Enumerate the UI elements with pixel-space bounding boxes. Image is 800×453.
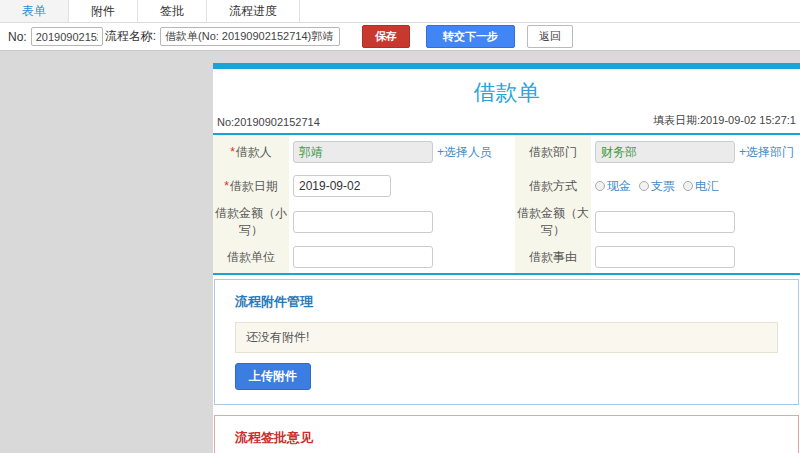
loan-unit-value-cell	[289, 241, 515, 273]
method-radio-cheque[interactable]: 支票	[639, 178, 675, 195]
amount-upper-value-cell	[591, 203, 800, 241]
loan-unit-label: 借款单位	[213, 241, 289, 273]
method-radio-cash[interactable]: 现金	[595, 178, 631, 195]
no-label: No:	[8, 30, 27, 44]
select-department-link[interactable]: +选择部门	[739, 144, 794, 161]
loan-date-label: *借款日期	[213, 169, 289, 203]
department-value-cell: +选择部门	[591, 135, 800, 169]
loan-method-label: 借款方式	[515, 169, 591, 203]
borrower-value-cell: +选择人员	[289, 135, 515, 169]
department-label: 借款部门	[515, 135, 591, 169]
radio-circle-icon	[595, 181, 605, 191]
amount-upper-input[interactable]	[595, 211, 735, 233]
tab-approval[interactable]: 签批	[138, 0, 207, 22]
form-row-date-method: *借款日期 借款方式 现金 支票 电汇	[213, 169, 800, 203]
page-title: 借款单	[213, 69, 800, 113]
no-attachments-message: 还没有附件!	[235, 322, 778, 353]
form-row-unit-reason: 借款单位 借款事由	[213, 241, 800, 275]
radio-circle-icon	[639, 181, 649, 191]
loan-reason-label: 借款事由	[515, 241, 591, 273]
select-person-link[interactable]: +选择人员	[437, 144, 492, 161]
tab-bar: 表单 附件 签批 流程进度	[0, 0, 800, 23]
required-mark: *	[230, 145, 235, 159]
amount-lower-label: 借款金额（小写）	[213, 203, 289, 241]
amount-lower-value-cell	[289, 203, 515, 241]
loan-unit-input[interactable]	[293, 246, 433, 268]
required-mark: *	[224, 179, 229, 193]
borrower-label: *借款人	[213, 135, 289, 169]
loan-date-input[interactable]	[293, 175, 391, 197]
attachments-section: 流程附件管理 还没有附件! 上传附件	[214, 279, 799, 405]
back-button[interactable]: 返回	[527, 25, 573, 48]
loan-method-value-cell: 现金 支票 电汇	[591, 169, 800, 203]
approval-heading: 流程签批意见	[235, 429, 778, 447]
form-date-text: 填表日期:2019-09-02 15:27:1	[653, 113, 796, 128]
amount-lower-input[interactable]	[293, 211, 433, 233]
department-input[interactable]	[595, 141, 735, 163]
form-no-text: No:20190902152714	[217, 116, 320, 128]
toolbar: No: 流程名称: 保存 转交下一步 返回	[0, 23, 800, 51]
tab-form[interactable]: 表单	[0, 0, 69, 22]
upload-attachment-button[interactable]: 上传附件	[235, 363, 311, 390]
no-input[interactable]	[31, 27, 103, 46]
loan-reason-input[interactable]	[595, 246, 735, 268]
tab-attachments[interactable]: 附件	[69, 0, 138, 22]
approval-section: 流程签批意见 B I abc	[214, 415, 799, 453]
radio-circle-icon	[683, 181, 693, 191]
flow-name-input[interactable]	[160, 27, 340, 46]
borrower-input[interactable]	[293, 141, 433, 163]
form-table: *借款人 +选择人员 借款部门 +选择部门 *借款日期 借款方式	[213, 135, 800, 275]
main-area: 借款单 No:20190902152714 填表日期:2019-09-02 15…	[0, 51, 800, 453]
form-meta-row: No:20190902152714 填表日期:2019-09-02 15:27:…	[213, 113, 800, 135]
tab-progress[interactable]: 流程进度	[207, 0, 300, 22]
flow-name-label: 流程名称:	[105, 28, 156, 45]
form-row-borrower-department: *借款人 +选择人员 借款部门 +选择部门	[213, 135, 800, 169]
amount-upper-label: 借款金额（大写）	[515, 203, 591, 241]
forward-next-step-button[interactable]: 转交下一步	[426, 25, 515, 48]
save-button[interactable]: 保存	[362, 25, 410, 48]
attachments-heading: 流程附件管理	[235, 293, 778, 311]
form-row-amounts: 借款金额（小写） 借款金额（大写）	[213, 203, 800, 241]
form-card: 借款单 No:20190902152714 填表日期:2019-09-02 15…	[213, 63, 800, 453]
loan-date-value-cell	[289, 169, 515, 203]
method-radio-transfer[interactable]: 电汇	[683, 178, 719, 195]
loan-reason-value-cell	[591, 241, 800, 273]
